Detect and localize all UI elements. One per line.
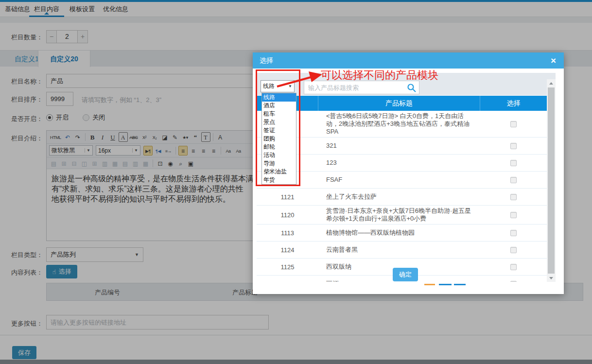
category-option[interactable]: 年货: [262, 176, 296, 184]
select-cell: [480, 230, 547, 236]
close-icon[interactable]: ×: [549, 52, 558, 69]
scrollbar[interactable]: [547, 79, 556, 282]
select-cell: [480, 143, 547, 149]
category-option[interactable]: 柴米油盐: [262, 168, 296, 176]
category-option[interactable]: 景点: [262, 118, 296, 126]
page: 基础信息 栏目内容 模板设置 优化信息 栏目数量： − 2 + 自定义19 自定…: [0, 0, 592, 364]
select-cell: [480, 212, 547, 218]
row-checkbox[interactable]: [510, 230, 517, 236]
table-row: FSAF: [257, 172, 547, 189]
category-option[interactable]: 邮轮: [262, 143, 296, 151]
modal-title-header: 产品标题: [318, 96, 480, 111]
category-option[interactable]: 团购: [262, 135, 296, 143]
select-cell: [480, 281, 547, 282]
category-option[interactable]: 酒店: [262, 102, 296, 110]
product-title-cell: FSAF: [318, 174, 480, 185]
modal-title: 选择: [260, 56, 273, 64]
search-input[interactable]: [304, 81, 419, 94]
select-cell: [480, 264, 547, 270]
select-cell: [480, 177, 547, 183]
select-cell: [480, 247, 547, 253]
row-checkbox[interactable]: [510, 194, 517, 200]
product-id-cell: 1113: [257, 229, 318, 237]
product-title-cell: 坐上了火车去拉萨: [318, 191, 480, 202]
select-cell: [480, 160, 547, 166]
search-box: [304, 81, 419, 94]
product-title-cell: 赏雪游·日本东京+奈良+大阪7日6晚半自助游·超五星希尔顿+1天自由行+温泉酒店…: [318, 206, 480, 224]
category-select[interactable]: 线路 ▼: [261, 80, 295, 92]
product-title-cell: 云南普者黑: [318, 244, 480, 255]
select-cell: [480, 121, 547, 127]
product-title-cell: 321: [318, 140, 480, 151]
product-id-cell: 1126: [257, 280, 318, 282]
product-title-cell: <普吉5晚6日或5晚7日游> 白天0自费，1天自由活动，2晚泳池别墅酒店+3晚当…: [318, 111, 480, 137]
table-row: 1120赏雪游·日本东京+奈良+大阪7日6晚半自助游·超五星希尔顿+1天自由行+…: [257, 206, 547, 225]
product-title-cell: 植物博物馆——西双版纳植物园: [318, 227, 480, 238]
pagination-fragment-active[interactable]: [424, 284, 435, 285]
row-checkbox[interactable]: [510, 264, 517, 270]
modal-table-header: 产品标题 选择: [257, 96, 547, 111]
category-option[interactable]: 租车: [262, 110, 296, 118]
table-row: 1124云南普者黑: [257, 242, 547, 259]
product-title-cell: 123: [318, 157, 480, 168]
product-id-cell: 1125: [257, 263, 318, 271]
chevron-down-icon: ▼: [288, 84, 292, 88]
select-cell: [480, 194, 547, 200]
confirm-button[interactable]: 确定: [393, 268, 418, 281]
category-option[interactable]: 线路: [262, 93, 296, 102]
modal-header: 选择 ×: [253, 52, 564, 69]
select-product-modal: 选择 × 线路 ▼ 产品标题 选择 <普吉5晚6日或5晚7日游> 白天0自费，1…: [253, 52, 564, 294]
pagination-fragment[interactable]: [454, 284, 466, 285]
row-checkbox[interactable]: [510, 281, 517, 282]
row-checkbox[interactable]: [510, 212, 517, 218]
row-checkbox[interactable]: [510, 177, 517, 183]
modal-table-body: <普吉5晚6日或5晚7日游> 白天0自费，1天自由活动，2晚泳池别墅酒店+3晚当…: [257, 111, 547, 282]
row-checkbox[interactable]: [510, 143, 517, 149]
scroll-down-icon[interactable]: [547, 274, 556, 282]
search-icon[interactable]: [407, 83, 417, 93]
table-row: 1113植物博物馆——西双版纳植物园: [257, 225, 547, 242]
category-option[interactable]: 签证: [262, 126, 296, 135]
row-checkbox[interactable]: [510, 247, 517, 253]
table-row: 123: [257, 155, 547, 172]
table-row: <普吉5晚6日或5晚7日游> 白天0自费，1天自由活动，2晚泳池别墅酒店+3晚当…: [257, 111, 547, 138]
row-checkbox[interactable]: [510, 121, 517, 127]
scroll-up-icon[interactable]: [547, 79, 556, 87]
modal-select-header: 选择: [480, 96, 547, 111]
annotation-text: 可以选择不同的产品模块: [321, 68, 438, 83]
table-row: 1121坐上了火车去拉萨: [257, 189, 547, 206]
scrollbar-thumb[interactable]: [548, 87, 555, 274]
category-option[interactable]: 导游: [262, 159, 296, 168]
category-option[interactable]: 活动: [262, 151, 296, 159]
pagination-fragment[interactable]: [439, 284, 452, 285]
table-row: 321: [257, 138, 547, 155]
product-id-cell: 1124: [257, 246, 318, 254]
row-checkbox[interactable]: [510, 160, 517, 166]
product-id-cell: 1121: [257, 193, 318, 201]
category-dropdown-list: 线路酒店租车景点签证团购邮轮活动导游柴米油盐年货: [261, 93, 296, 185]
product-id-cell: 1120: [257, 211, 318, 219]
